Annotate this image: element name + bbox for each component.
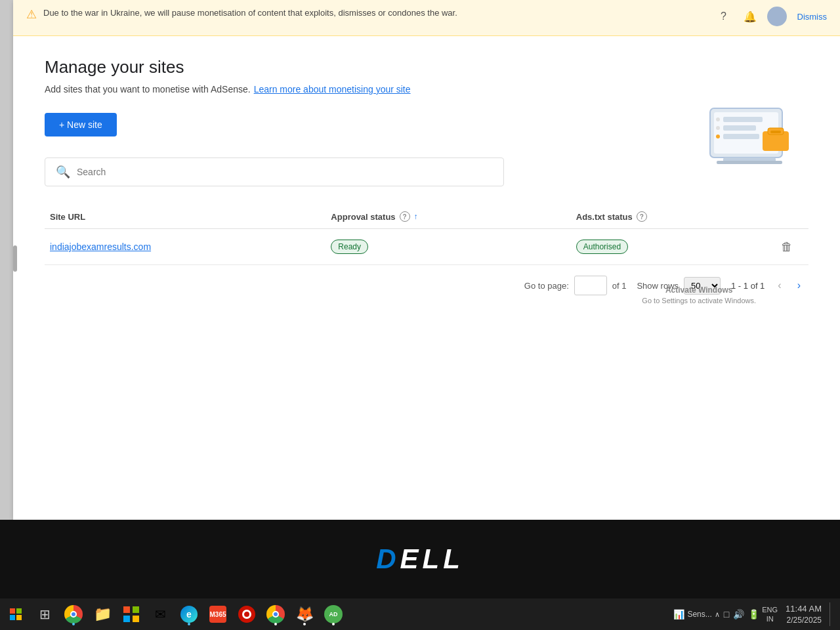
new-site-button[interactable]: + New site xyxy=(45,113,117,136)
search-input[interactable] xyxy=(77,167,493,177)
sites-table: Site URL Approval status ? ↑ xyxy=(45,205,808,265)
taskbar-snap-icon[interactable]: ⊞ xyxy=(32,601,58,627)
approval-sort-icon[interactable]: ↑ xyxy=(414,212,418,221)
help-circle-icon[interactable]: ? xyxy=(715,7,733,26)
svg-rect-15 xyxy=(10,615,15,620)
warning-right: ? 🔔 Dismiss xyxy=(715,7,828,26)
taskbar-firefox-icon[interactable]: 🦊 xyxy=(291,601,318,627)
col-site-url: Site URL xyxy=(45,205,326,229)
taskbar-m365-icon[interactable]: M365 xyxy=(205,601,231,627)
delete-icon[interactable]: 🗑 xyxy=(781,240,793,253)
warning-icon: ⚠ xyxy=(26,7,37,22)
warning-banner: ⚠ Due to the war in Ukraine, we will pau… xyxy=(13,0,840,36)
page-subtitle: Add sites that you want to monetise with… xyxy=(45,84,808,94)
language-label: ENG xyxy=(762,605,778,614)
activate-windows-subtitle: Go to Settings to activate Windows. xyxy=(642,296,756,306)
notification-icon[interactable]: 🔔 xyxy=(741,7,759,26)
warning-text: Due to the war in Ukraine, we will pause… xyxy=(43,7,457,20)
approval-status-badge: Ready xyxy=(331,240,368,254)
taskbar-apps: ⊞ 📁 xyxy=(29,601,673,627)
adstxt-help-icon[interactable]: ? xyxy=(637,211,647,222)
col-approval-status: Approval status ? ↑ xyxy=(326,205,570,229)
taskbar-tray: ∧ □ 🔊 🔋 xyxy=(715,609,759,620)
site-url-cell: indiajobexamresults.com xyxy=(45,229,326,265)
activate-windows-title: Activate Windows xyxy=(642,285,756,296)
dell-slash: D xyxy=(376,543,400,574)
go-to-page-label: Go to page: xyxy=(524,281,569,291)
top-icons: ? 🔔 xyxy=(715,7,787,26)
sens-label: Sens... xyxy=(687,610,711,619)
dell-branding-area: DELL xyxy=(0,520,840,598)
page-title: Manage your sites xyxy=(45,57,808,77)
svg-rect-13 xyxy=(10,608,15,614)
page-wrapper: ⚠ Due to the war in Ukraine, we will pau… xyxy=(0,0,840,630)
svg-rect-6 xyxy=(723,125,756,131)
taskbar-time: 11:44 AM xyxy=(786,603,822,615)
approval-status-cell: Ready xyxy=(326,229,570,265)
actions-cell: 🗑 xyxy=(776,229,808,265)
taskbar-mail-icon[interactable]: ✉ xyxy=(147,601,173,627)
show-desktop-button[interactable] xyxy=(830,602,832,626)
svg-point-2 xyxy=(716,117,720,121)
ads-txt-status-cell: Authorised xyxy=(571,229,776,265)
tray-battery-icon[interactable]: 🔋 xyxy=(748,609,759,620)
next-page-button[interactable]: › xyxy=(795,277,803,294)
svg-rect-10 xyxy=(770,131,781,133)
scroll-indicator[interactable] xyxy=(13,245,17,272)
table-row: indiajobexamresults.com Ready Authorised… xyxy=(45,229,808,265)
svg-rect-17 xyxy=(123,606,130,613)
region-label: IN xyxy=(762,614,778,623)
svg-rect-7 xyxy=(723,134,759,139)
taskbar-chrome-icon[interactable] xyxy=(60,601,87,627)
page-content: Manage your sites Add sites that you wan… xyxy=(13,36,840,322)
ads-txt-status-badge: Authorised xyxy=(576,240,628,254)
pagination-row: Go to page: of 1 Show rows 10 25 50 100 xyxy=(45,265,808,306)
prev-page-button[interactable]: ‹ xyxy=(775,277,784,294)
content-area: Manage your sites Add sites that you wan… xyxy=(13,36,840,480)
svg-rect-16 xyxy=(16,615,22,620)
col-ads-txt-status: Ads.txt status ? xyxy=(571,205,776,229)
taskbar-ad-icon[interactable]: AD xyxy=(320,601,346,627)
warning-left: ⚠ Due to the war in Ukraine, we will pau… xyxy=(26,7,457,22)
taskbar-date: 2/25/2025 xyxy=(786,615,822,626)
language-indicator[interactable]: ENG IN xyxy=(762,605,778,624)
taskbar-clock[interactable]: 11:44 AM 2/25/2025 xyxy=(780,603,827,626)
svg-rect-5 xyxy=(723,117,763,122)
taskbar-right: 📊 Sens... ∧ □ 🔊 🔋 ENG IN 11:44 AM 2/25/2… xyxy=(673,602,837,626)
svg-point-3 xyxy=(716,126,720,130)
taskbar-file-explorer-icon[interactable]: 📁 xyxy=(89,601,116,627)
illustration xyxy=(690,95,808,180)
start-button[interactable] xyxy=(3,601,29,627)
avatar[interactable] xyxy=(767,7,787,26)
taskbar-store-icon[interactable] xyxy=(118,601,144,627)
browser-window: ⚠ Due to the war in Ukraine, we will pau… xyxy=(13,0,840,520)
sens-indicator[interactable]: 📊 Sens... xyxy=(673,609,711,620)
dell-logo: DELL xyxy=(376,543,464,575)
site-url-link[interactable]: indiajobexamresults.com xyxy=(50,242,151,252)
page-input-group: Go to page: of 1 xyxy=(524,276,627,295)
taskbar-opera-icon[interactable] xyxy=(234,601,260,627)
svg-rect-20 xyxy=(133,616,139,622)
search-bar-container: 🔍 xyxy=(45,158,504,186)
activate-windows-watermark: Activate Windows Go to Settings to activ… xyxy=(642,285,756,306)
svg-point-4 xyxy=(716,135,720,138)
tray-volume-icon[interactable]: 🔊 xyxy=(733,609,744,620)
page-number-input[interactable] xyxy=(574,276,607,295)
col-actions xyxy=(776,205,808,229)
svg-rect-19 xyxy=(123,616,130,622)
of-label: of 1 xyxy=(612,281,627,291)
subtitle-text: Add sites that you want to monetise with… xyxy=(45,84,251,94)
svg-rect-18 xyxy=(133,606,139,613)
svg-rect-12 xyxy=(717,161,782,164)
dismiss-button[interactable]: Dismiss xyxy=(797,12,828,22)
taskbar: ⊞ 📁 xyxy=(0,598,840,630)
search-icon: 🔍 xyxy=(56,165,70,179)
taskbar-chrome-active-icon[interactable] xyxy=(262,601,289,627)
approval-help-icon[interactable]: ? xyxy=(400,211,410,222)
tray-chevron-icon[interactable]: ∧ xyxy=(715,610,720,619)
learn-more-link[interactable]: Learn more about monetising your site xyxy=(254,84,411,94)
taskbar-edge-icon[interactable]: e xyxy=(176,601,202,627)
svg-rect-14 xyxy=(16,608,22,614)
tray-network-icon[interactable]: □ xyxy=(724,609,729,620)
